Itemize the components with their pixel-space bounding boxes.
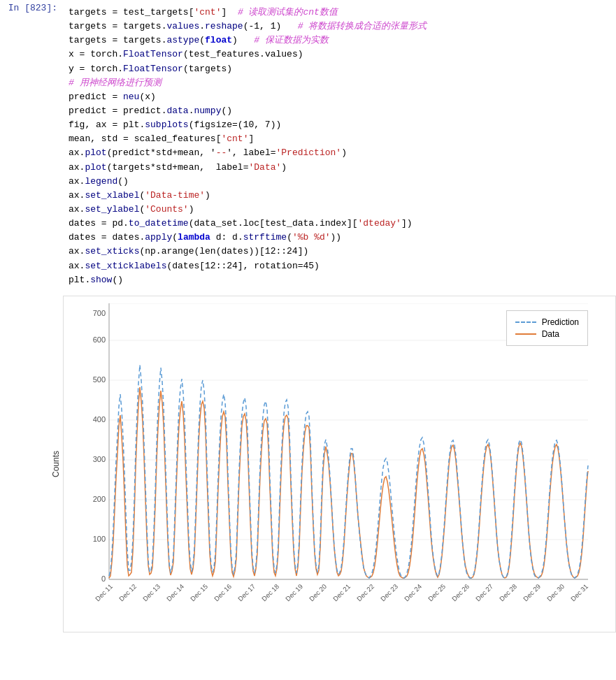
svg-text:Dec 16: Dec 16 — [213, 582, 233, 602]
data-line — [109, 387, 588, 578]
svg-text:100: 100 — [93, 535, 106, 543]
svg-text:Dec 19: Dec 19 — [284, 582, 304, 602]
svg-text:Dec 13: Dec 13 — [141, 582, 162, 602]
legend-data: Data — [515, 329, 579, 339]
code-line: ax.set_xlabel('Data-time') — [69, 189, 610, 203]
svg-text:Dec 15: Dec 15 — [189, 582, 209, 602]
code-line: predict = predict.data.numpy() — [69, 104, 610, 118]
code-line: ax.plot(predict*std+mean, '--', label='P… — [69, 146, 610, 160]
code-line: targets = targets.values.reshape(-1, 1) … — [69, 20, 610, 34]
code-line: mean, std = scaled_features['cnt'] — [69, 132, 610, 146]
svg-text:500: 500 — [93, 375, 106, 384]
svg-text:Dec 12: Dec 12 — [117, 582, 138, 602]
notebook-cell: In [823]: targets = test_targets['cnt'] … — [0, 0, 616, 293]
code-line: fig, ax = plt.subplots(figsize=(10, 7)) — [69, 118, 610, 132]
code-line: predict = neu(x) — [69, 90, 610, 104]
data-label: Data — [542, 329, 559, 339]
svg-text:Dec 31: Dec 31 — [569, 582, 589, 602]
data-line-icon — [515, 333, 536, 335]
svg-text:Dec 27: Dec 27 — [474, 582, 494, 602]
code-content: targets = test_targets['cnt'] # 读取测试集的cn… — [63, 3, 616, 290]
prediction-label: Prediction — [542, 317, 579, 327]
svg-text:Dec 17: Dec 17 — [236, 582, 257, 602]
x-axis: Dec 11 Dec 12 Dec 13 Dec 14 Dec 15 Dec 1… — [94, 582, 589, 602]
svg-text:Dec 24: Dec 24 — [403, 582, 423, 602]
code-line: ax.legend() — [69, 175, 610, 189]
svg-text:700: 700 — [93, 309, 106, 317]
chart-inner: Counts Data-time Prediction Data — [71, 303, 602, 625]
svg-text:Dec 25: Dec 25 — [427, 582, 447, 602]
code-line: targets = test_targets['cnt'] # 读取测试集的cn… — [69, 6, 610, 20]
legend-prediction: Prediction — [515, 317, 579, 327]
svg-text:0: 0 — [101, 574, 106, 583]
code-line: ax.plot(targets*std+mean, label='Data') — [69, 161, 610, 175]
code-line: plt.show() — [69, 273, 610, 287]
code-line: x = torch.FloatTensor(test_features.valu… — [69, 48, 610, 62]
svg-text:200: 200 — [93, 495, 106, 503]
svg-text:Dec 26: Dec 26 — [450, 582, 471, 602]
prediction-line-icon — [515, 321, 536, 323]
chart-legend: Prediction Data — [506, 310, 588, 346]
code-line: targets = targets.astype(float) # 保证数据为实… — [69, 34, 610, 48]
code-line: # 用神经网络进行预测 — [69, 76, 610, 90]
code-line: dates = pd.to_datetime(data_set.loc[test… — [69, 217, 610, 231]
svg-text:Dec 20: Dec 20 — [308, 582, 328, 602]
code-line: ax.set_xticks(np.arange(len(dates))[12::… — [69, 245, 610, 259]
code-line: dates = dates.apply(lambda d: d.strftime… — [69, 231, 610, 245]
y-axis-label: Counts — [51, 451, 61, 477]
svg-text:600: 600 — [93, 335, 106, 344]
svg-text:Dec 30: Dec 30 — [545, 582, 566, 602]
svg-text:Dec 28: Dec 28 — [498, 582, 518, 602]
code-line: ax.set_ylabel('Counts') — [69, 203, 610, 217]
svg-text:Dec 23: Dec 23 — [379, 582, 399, 602]
svg-text:400: 400 — [93, 415, 106, 424]
svg-text:Dec 14: Dec 14 — [165, 582, 185, 602]
svg-text:Dec 29: Dec 29 — [522, 582, 542, 602]
chart-container: Counts Data-time Prediction Data — [63, 296, 616, 632]
cell-label: In [823]: — [0, 3, 63, 290]
svg-text:Dec 21: Dec 21 — [331, 582, 352, 602]
svg-text:Dec 11: Dec 11 — [94, 582, 114, 602]
svg-text:Dec 22: Dec 22 — [355, 582, 375, 602]
code-line: y = torch.FloatTensor(targets) — [69, 62, 610, 76]
code-line: ax.set_xticklabels(dates[12::24], rotati… — [69, 259, 610, 273]
chart-svg: 0 100 200 300 400 500 600 700 Dec 11 — [71, 303, 602, 625]
svg-text:Dec 18: Dec 18 — [260, 582, 280, 602]
svg-text:300: 300 — [93, 455, 106, 463]
